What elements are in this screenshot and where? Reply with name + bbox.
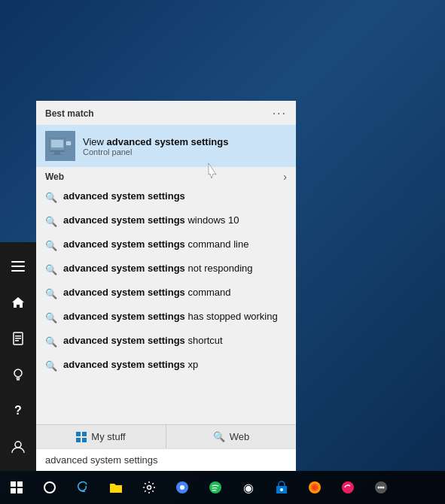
svg-rect-14 — [54, 152, 60, 154]
misc-taskbar-icon[interactable] — [331, 471, 364, 504]
svg-rect-17 — [67, 142, 70, 144]
svg-point-10 — [15, 442, 21, 448]
results-list: 🔍 advanced system settings 🔍 advanced sy… — [36, 187, 296, 379]
result-item-4[interactable]: 🔍 advanced system settings command — [36, 283, 296, 307]
my-stuff-label: My stuff — [91, 431, 125, 442]
result-item-2[interactable]: 🔍 advanced system settings command line — [36, 235, 296, 259]
search-icon-1: 🔍 — [45, 216, 57, 227]
result-text-6: advanced system settings shortcut — [63, 334, 223, 348]
svg-point-30 — [380, 487, 383, 489]
search-input-bar[interactable]: advanced system settings — [36, 448, 296, 471]
web-section-arrow: › — [283, 171, 287, 183]
svg-rect-6 — [15, 340, 19, 342]
control-panel-icon — [45, 131, 75, 161]
document-icon[interactable] — [0, 320, 36, 357]
svg-rect-9 — [17, 379, 20, 381]
svg-rect-4 — [15, 335, 21, 337]
file-explorer-taskbar-icon[interactable] — [99, 471, 133, 504]
question-icon[interactable]: ? — [0, 393, 36, 429]
result-text-3: advanced system settings not responding — [63, 262, 252, 275]
svg-point-23 — [280, 488, 283, 491]
user-icon[interactable] — [0, 429, 36, 465]
search-query-text: advanced system settings — [45, 454, 158, 466]
svg-rect-15 — [52, 154, 62, 155]
result-text-5: advanced system settings has stopped wor… — [63, 310, 278, 323]
svg-rect-12 — [51, 140, 63, 147]
svg-point-20 — [180, 485, 184, 490]
store-taskbar-icon[interactable] — [265, 471, 298, 504]
search-icon-0: 🔍 — [45, 192, 57, 203]
result-item-1[interactable]: 🔍 advanced system settings windows 10 — [36, 211, 296, 235]
best-match-header: Best match ··· — [36, 101, 296, 125]
result-item-0[interactable]: 🔍 advanced system settings — [36, 187, 296, 211]
search-bottom-tabs: My stuff 🔍 Web — [36, 424, 296, 448]
svg-rect-8 — [17, 378, 20, 379]
svg-point-31 — [383, 487, 385, 489]
result-text-0: advanced system settings — [63, 190, 185, 203]
sidebar: ? — [0, 242, 36, 471]
result-item-6[interactable]: 🔍 advanced system settings shortcut — [36, 331, 296, 355]
best-match-name: View advanced system settings — [83, 136, 228, 147]
chrome-taskbar-icon[interactable] — [166, 471, 199, 504]
result-text-4: advanced system settings command — [63, 286, 231, 299]
svg-point-26 — [312, 485, 317, 490]
svg-rect-1 — [11, 266, 25, 267]
web-label: Web — [230, 431, 250, 442]
best-match-item[interactable]: View advanced system settings Control pa… — [36, 125, 296, 167]
best-match-label-main: advanced system settings — [107, 136, 229, 147]
svg-point-29 — [378, 487, 380, 489]
search-taskbar-button[interactable] — [33, 471, 66, 504]
search-icon-6: 🔍 — [45, 336, 57, 348]
best-match-label-bold: View — [83, 136, 107, 147]
hamburger-icon[interactable] — [0, 248, 36, 284]
svg-rect-0 — [11, 261, 25, 263]
web-search-icon: 🔍 — [213, 431, 225, 442]
result-item-7[interactable]: 🔍 advanced system settings xp — [36, 355, 296, 379]
result-text-7: advanced system settings xp — [63, 358, 198, 372]
best-match-text: View advanced system settings Control pa… — [83, 136, 228, 156]
svg-point-7 — [14, 369, 22, 377]
settings-taskbar-icon[interactable] — [133, 471, 166, 504]
search-icon-5: 🔍 — [45, 312, 57, 323]
result-item-5[interactable]: 🔍 advanced system settings has stopped w… — [36, 307, 296, 331]
svg-rect-2 — [11, 270, 25, 272]
result-text-1: advanced system settings windows 10 — [63, 214, 239, 227]
firefox-taskbar-icon[interactable] — [298, 471, 331, 504]
search-icon-7: 🔍 — [45, 360, 57, 372]
media-taskbar-icon[interactable]: ◉ — [232, 471, 265, 504]
start-button[interactable] — [0, 471, 33, 504]
my-stuff-tab[interactable]: My stuff — [36, 425, 166, 448]
svg-rect-5 — [15, 338, 21, 339]
search-icon-4: 🔍 — [45, 288, 57, 299]
extra-taskbar-icon[interactable] — [364, 471, 398, 504]
search-panel: Best match ··· View advanced system sett… — [36, 101, 296, 471]
taskbar: ◉ — [0, 471, 445, 504]
search-icon-2: 🔍 — [45, 240, 57, 251]
edge-taskbar-icon[interactable] — [66, 471, 99, 504]
desktop: ? Best match ··· — [0, 0, 445, 504]
more-options-button[interactable]: ··· — [273, 107, 287, 120]
svg-rect-13 — [50, 150, 65, 152]
web-section-header[interactable]: Web › — [36, 167, 296, 187]
best-match-title: Best match — [45, 108, 94, 119]
svg-point-21 — [209, 481, 221, 493]
best-match-subtitle: Control panel — [83, 147, 228, 156]
search-icon-3: 🔍 — [45, 264, 57, 275]
lightbulb-icon[interactable] — [0, 357, 36, 393]
home-icon[interactable] — [0, 284, 36, 320]
result-text-2: advanced system settings command line — [63, 238, 248, 251]
svg-point-18 — [148, 486, 151, 490]
spotify-taskbar-icon[interactable] — [199, 471, 232, 504]
web-section-title: Web — [45, 172, 64, 182]
result-item-3[interactable]: 🔍 advanced system settings not respondin… — [36, 259, 296, 283]
windows-logo-small — [76, 432, 87, 442]
web-tab[interactable]: 🔍 Web — [166, 425, 296, 448]
svg-point-27 — [342, 481, 354, 493]
